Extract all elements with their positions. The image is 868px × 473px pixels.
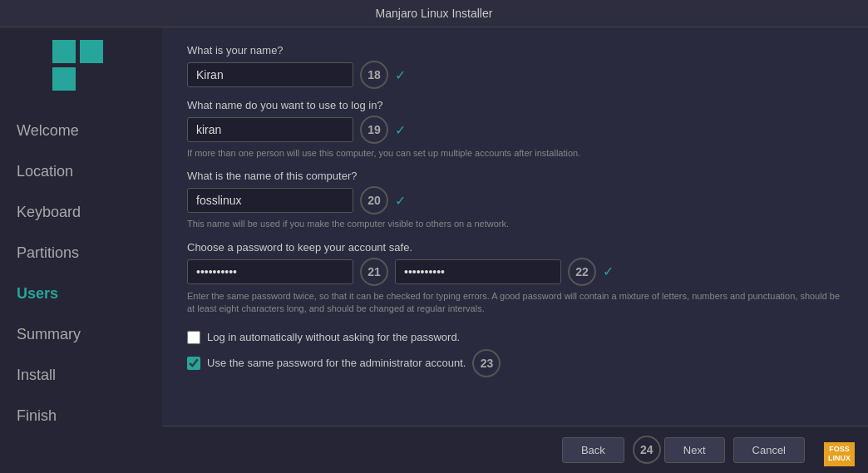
sidebar-item-location[interactable]: Location (0, 151, 162, 192)
manjaro-logo (44, 36, 119, 102)
computer-label: What is the name of this computer? (187, 170, 843, 182)
svg-rect-0 (52, 40, 76, 63)
sidebar-nav: Welcome Location Keyboard Partitions Use… (0, 111, 162, 436)
sidebar-item-summary[interactable]: Summary (0, 314, 162, 355)
step-24-badge: 24 (633, 436, 661, 464)
same-password-row: Use the same password for the administra… (187, 349, 843, 377)
sidebar-item-users[interactable]: Users (0, 273, 162, 314)
svg-rect-1 (52, 67, 76, 91)
next-button[interactable]: Next (664, 437, 725, 463)
footer: Back 24 Next Cancel FOSS LINUX (162, 426, 868, 473)
main-content: What is your name? 18 ✓ What name do you… (162, 27, 868, 426)
computer-hint: This name will be used if you make the c… (187, 218, 843, 230)
password-hint: Enter the same password twice, so that i… (187, 290, 843, 316)
sidebar: Welcome Location Keyboard Partitions Use… (0, 27, 162, 473)
autologin-label: Log in automatically without asking for … (207, 331, 460, 343)
autologin-checkbox[interactable] (187, 331, 200, 344)
login-section: What name do you want to use to log in? … (187, 99, 843, 160)
step-19-badge: 19 (360, 116, 388, 144)
step-23-badge: 23 (472, 349, 501, 377)
sidebar-item-welcome[interactable]: Welcome (0, 111, 162, 151)
sidebar-item-finish[interactable]: Finish (0, 396, 162, 436)
password2-input[interactable] (395, 259, 561, 284)
step-20-badge: 20 (360, 186, 388, 214)
app-title: Manjaro Linux Installer (376, 7, 493, 20)
login-check: ✓ (395, 122, 406, 138)
name-input[interactable] (187, 62, 353, 87)
password-section: Choose a password to keep your account s… (187, 241, 843, 316)
step-22-badge: 22 (568, 258, 596, 286)
computer-check: ✓ (395, 193, 406, 209)
sidebar-item-install[interactable]: Install (0, 355, 162, 396)
same-password-label: Use the same password for the administra… (207, 357, 466, 369)
login-hint: If more than one person will use this co… (187, 147, 843, 160)
sidebar-item-partitions[interactable]: Partitions (0, 233, 162, 273)
password-label: Choose a password to keep your account s… (187, 241, 843, 254)
title-bar: Manjaro Linux Installer (0, 0, 868, 27)
sidebar-item-keyboard[interactable]: Keyboard (0, 192, 162, 233)
svg-rect-2 (80, 40, 103, 63)
login-label: What name do you want to use to log in? (187, 99, 843, 111)
back-button[interactable]: Back (562, 437, 624, 463)
autologin-row: Log in automatically without asking for … (187, 331, 843, 344)
name-check: ✓ (395, 67, 406, 83)
password-check: ✓ (603, 264, 614, 279)
cancel-button[interactable]: Cancel (733, 437, 805, 463)
step-18-badge: 18 (360, 61, 388, 89)
same-password-checkbox[interactable] (187, 357, 200, 370)
step-21-badge: 21 (360, 258, 388, 286)
foss-linux-badge: FOSS LINUX (824, 442, 855, 466)
computer-input[interactable] (187, 188, 353, 213)
name-label: What is your name? (187, 44, 843, 57)
login-input[interactable] (187, 117, 353, 142)
name-section: What is your name? 18 ✓ (187, 44, 843, 89)
computer-section: What is the name of this computer? 20 ✓ … (187, 170, 843, 230)
password-input[interactable] (187, 259, 353, 284)
